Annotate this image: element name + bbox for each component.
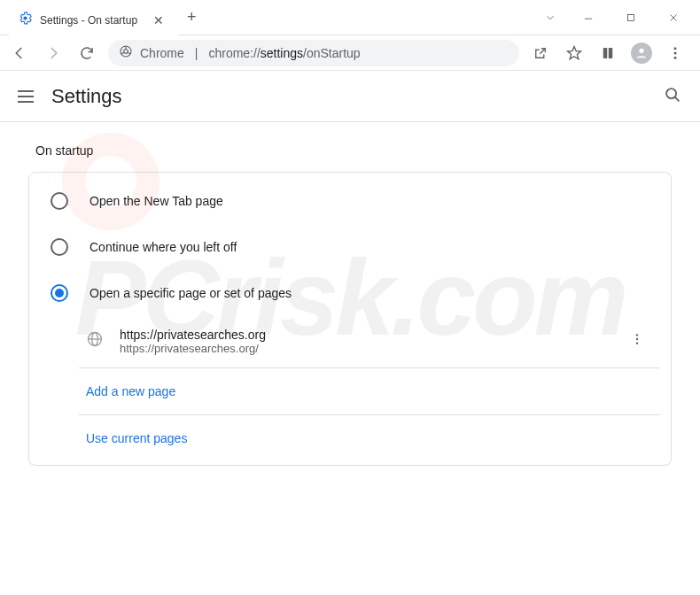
share-icon[interactable]	[528, 41, 553, 66]
new-tab-button[interactable]: +	[178, 8, 206, 27]
bookmark-icon[interactable]	[562, 41, 587, 66]
svg-rect-12	[609, 48, 613, 58]
browser-tab[interactable]: Settings - On startup ✕	[9, 5, 178, 35]
svg-point-16	[674, 56, 677, 58]
section-title: On startup	[28, 143, 672, 158]
svg-point-23	[636, 338, 638, 340]
address-separator: |	[195, 46, 198, 60]
menu-icon[interactable]	[663, 41, 688, 66]
search-icon[interactable]	[663, 85, 682, 108]
more-actions-button[interactable]	[621, 327, 653, 355]
svg-point-22	[636, 334, 638, 336]
address-url: chrome://settings/onStartup	[208, 46, 360, 60]
svg-point-14	[674, 47, 677, 50]
page-entry-title: https://privatesearches.org	[120, 328, 605, 342]
reload-button[interactable]	[74, 41, 99, 66]
divider	[79, 367, 660, 368]
radio-icon	[51, 284, 68, 302]
back-button[interactable]	[7, 41, 32, 66]
profile-avatar[interactable]	[629, 41, 654, 66]
window-titlebar: Settings - On startup ✕ +	[0, 0, 700, 35]
radio-label: Open the New Tab page	[89, 194, 223, 208]
svg-line-9	[128, 52, 130, 54]
svg-point-17	[666, 89, 676, 98]
radio-icon	[51, 238, 68, 256]
radio-icon	[51, 192, 68, 210]
svg-rect-11	[603, 48, 608, 58]
svg-marker-10	[568, 46, 581, 58]
svg-point-0	[23, 16, 27, 19]
svg-point-15	[674, 51, 677, 54]
window-controls	[535, 0, 700, 35]
tab-title: Settings - On startup	[40, 14, 137, 27]
svg-rect-2	[628, 14, 634, 20]
startup-page-entry: https://privatesearches.org https://priv…	[79, 316, 660, 366]
radio-option-specific-page[interactable]: Open a specific page or set of pages	[29, 270, 671, 316]
close-tab-icon[interactable]: ✕	[148, 13, 169, 27]
radio-option-new-tab[interactable]: Open the New Tab page	[29, 178, 671, 224]
use-current-pages-link[interactable]: Use current pages	[79, 417, 660, 460]
radio-label: Open a specific page or set of pages	[89, 286, 292, 300]
page-title: Settings	[51, 85, 645, 108]
svg-point-13	[639, 48, 643, 52]
svg-line-18	[675, 97, 680, 101]
globe-icon	[86, 330, 104, 352]
startup-pages-list: https://privatesearches.org https://priv…	[79, 316, 660, 460]
chrome-icon	[119, 44, 133, 61]
settings-content: On startup Open the New Tab page Continu…	[0, 122, 700, 487]
svg-line-8	[121, 52, 124, 54]
forward-button[interactable]	[41, 41, 66, 66]
chevron-down-icon[interactable]	[535, 4, 565, 32]
hamburger-icon[interactable]	[18, 90, 34, 103]
settings-header: Settings	[0, 71, 700, 122]
svg-point-6	[124, 50, 128, 54]
minimize-button[interactable]	[569, 4, 608, 32]
close-window-button[interactable]	[654, 4, 693, 32]
address-label: Chrome	[140, 46, 184, 60]
startup-card: Open the New Tab page Continue where you…	[28, 172, 672, 466]
svg-point-24	[636, 342, 638, 344]
divider	[79, 414, 660, 415]
add-page-link[interactable]: Add a new page	[79, 370, 660, 413]
reading-list-icon[interactable]	[595, 41, 620, 66]
address-bar[interactable]: Chrome | chrome://settings/onStartup	[108, 40, 519, 66]
browser-toolbar: Chrome | chrome://settings/onStartup	[0, 35, 700, 71]
gear-icon	[18, 11, 33, 29]
page-entry-url: https://privatesearches.org/	[120, 342, 605, 355]
maximize-button[interactable]	[611, 4, 650, 32]
radio-label: Continue where you left off	[89, 240, 237, 254]
radio-option-continue[interactable]: Continue where you left off	[29, 224, 671, 270]
